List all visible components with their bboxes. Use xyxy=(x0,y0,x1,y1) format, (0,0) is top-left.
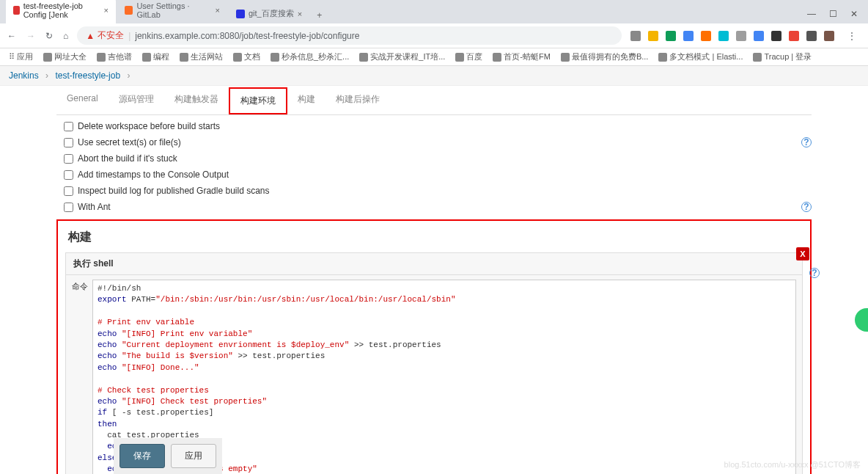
apply-button[interactable]: 应用 xyxy=(171,444,216,468)
config-tabs: General源码管理构建触发器构建环境构建构建后操作 xyxy=(56,87,812,115)
delete-step-button[interactable]: X xyxy=(796,247,809,260)
bookmark-item[interactable]: 生活网站 xyxy=(180,51,223,62)
env-checkbox-label: Delete workspace before build starts xyxy=(78,121,220,131)
bookmark-item[interactable]: 实战开发课程_IT培... xyxy=(359,51,445,62)
maximize-button[interactable]: ☐ xyxy=(829,9,837,19)
bookmark-item[interactable]: 首页-蜻蜓FM xyxy=(493,51,551,62)
env-checkbox-row: Abort the build if it's stuck xyxy=(56,150,812,167)
extension-icon[interactable] xyxy=(806,31,817,41)
browser-nav-bar: ← → ↻ ⌂ ▲ 不安全 | jenkins.example.com:8080… xyxy=(0,23,868,48)
extension-icon[interactable] xyxy=(666,31,676,41)
env-checkbox-row: Use secret text(s) or file(s)? xyxy=(56,134,812,150)
env-checkbox-label: With Ant xyxy=(78,202,111,212)
env-checkbox[interactable] xyxy=(64,170,73,180)
bookmark-item[interactable]: Tracup | 登录 xyxy=(753,51,812,62)
env-checkbox-label: Inspect build log for published Gradle b… xyxy=(78,186,270,196)
step-header[interactable]: 执行 shell xyxy=(66,253,802,275)
config-tab-4[interactable]: 构建 xyxy=(287,87,326,114)
extension-icon[interactable] xyxy=(789,31,799,41)
env-checkbox-row: Add timestamps to the Console Output xyxy=(56,167,812,183)
env-checkbox[interactable] xyxy=(64,203,73,212)
bookmarks-bar: ⠿ 应用 网址大全吉他谱编程生活网站文档秒杀信息_秒杀汇...实战开发课程_IT… xyxy=(0,48,868,66)
new-tab-button[interactable]: + xyxy=(311,7,328,23)
help-icon[interactable]: ? xyxy=(801,137,812,147)
apps-shortcut[interactable]: ⠿ 应用 xyxy=(9,51,33,62)
home-button[interactable]: ⌂ xyxy=(63,31,68,41)
close-icon[interactable]: × xyxy=(104,6,108,15)
extension-icon[interactable] xyxy=(771,31,781,41)
config-tab-2[interactable]: 构建触发器 xyxy=(164,87,229,114)
build-section-title: 构建 xyxy=(68,230,803,245)
browser-menu[interactable]: ⋮ xyxy=(843,31,861,41)
bookmark-item[interactable]: 多文档模式 | Elasti... xyxy=(658,51,743,62)
env-checkbox[interactable] xyxy=(64,122,73,131)
back-button[interactable]: ← xyxy=(7,31,16,41)
url-text: jenkins.example.com:8080/job/test-freest… xyxy=(135,31,359,41)
command-label: 命令 xyxy=(72,280,92,474)
help-icon[interactable]: ? xyxy=(801,202,812,212)
breadcrumb-root[interactable]: Jenkins xyxy=(9,70,39,81)
env-checkbox-label: Add timestamps to the Console Output xyxy=(78,169,229,180)
config-tab-3[interactable]: 构建环境 xyxy=(229,87,287,114)
favicon xyxy=(13,6,20,15)
extension-icon[interactable] xyxy=(754,31,764,41)
extension-icon[interactable] xyxy=(648,31,658,41)
close-icon[interactable]: × xyxy=(298,10,302,18)
env-checkbox-row: With Ant? xyxy=(56,199,812,215)
extension-icon[interactable] xyxy=(718,31,729,41)
tab-title: test-freestyle-job Config [Jenk xyxy=(23,1,100,19)
env-checkbox[interactable] xyxy=(64,186,73,196)
extension-icon[interactable] xyxy=(683,31,694,41)
bookmark-item[interactable]: 网址大全 xyxy=(43,51,87,62)
favicon xyxy=(236,10,245,18)
env-checkbox-label: Abort the build if it's stuck xyxy=(78,153,177,164)
breadcrumb-job[interactable]: test-freestyle-job xyxy=(55,70,120,81)
extension-icon[interactable] xyxy=(630,31,641,41)
browser-tab-strip: test-freestyle-job Config [Jenk × User S… xyxy=(0,0,868,23)
env-checkbox-row: Inspect build log for published Gradle b… xyxy=(56,183,812,199)
extension-icon[interactable] xyxy=(736,31,746,41)
env-checkbox[interactable] xyxy=(64,138,73,147)
browser-tab-2[interactable]: git_百度搜索 × xyxy=(229,4,309,23)
tab-title: User Settings · GitLab xyxy=(136,1,211,19)
forward-button[interactable]: → xyxy=(26,31,35,41)
bookmark-item[interactable]: 秒杀信息_秒杀汇... xyxy=(271,51,349,62)
favicon xyxy=(125,6,133,15)
address-bar[interactable]: ▲ 不安全 | jenkins.example.com:8080/job/tes… xyxy=(77,26,622,45)
browser-tab-0[interactable]: test-freestyle-job Config [Jenk × xyxy=(6,0,116,23)
help-icon[interactable]: ? xyxy=(809,268,820,278)
extension-icon[interactable] xyxy=(701,31,711,41)
bookmark-item[interactable]: 文档 xyxy=(233,51,260,62)
close-window-button[interactable]: ✕ xyxy=(850,9,858,19)
bookmark-item[interactable]: 百度 xyxy=(455,51,482,62)
breadcrumb: Jenkins › test-freestyle-job › xyxy=(0,66,868,86)
extension-icons xyxy=(630,31,834,41)
extension-icon[interactable] xyxy=(824,31,834,41)
env-checkbox-row: Delete workspace before build starts xyxy=(56,118,812,134)
bookmark-item[interactable]: 编程 xyxy=(142,51,169,62)
minimize-button[interactable]: — xyxy=(807,9,816,19)
tab-title: git_百度搜索 xyxy=(249,8,294,19)
env-checkbox[interactable] xyxy=(64,154,73,164)
reload-button[interactable]: ↻ xyxy=(45,31,53,41)
save-button[interactable]: 保存 xyxy=(119,444,165,468)
config-tab-1[interactable]: 源码管理 xyxy=(108,87,164,114)
close-icon[interactable]: × xyxy=(216,6,220,15)
browser-tab-1[interactable]: User Settings · GitLab × xyxy=(117,0,227,23)
bottom-action-bar: 保存 应用 xyxy=(114,438,222,474)
bookmark-item[interactable]: 吉他谱 xyxy=(97,51,132,62)
build-section: 构建 X ? 执行 shell 命令 #!/bin/sh export PATH… xyxy=(56,219,812,474)
bookmark-item[interactable]: 最值得拥有的免费B... xyxy=(561,51,649,62)
env-checkbox-label: Use secret text(s) or file(s) xyxy=(78,137,181,147)
watermark: blog.51cto.com/u-xxxxx @51CTO博客 xyxy=(724,459,861,470)
insecure-badge: ▲ 不安全 xyxy=(86,29,124,42)
window-controls: — ☐ ✕ xyxy=(797,4,868,23)
side-badge[interactable] xyxy=(855,308,868,332)
config-tab-0[interactable]: General xyxy=(56,87,108,114)
config-tab-5[interactable]: 构建后操作 xyxy=(326,87,390,114)
